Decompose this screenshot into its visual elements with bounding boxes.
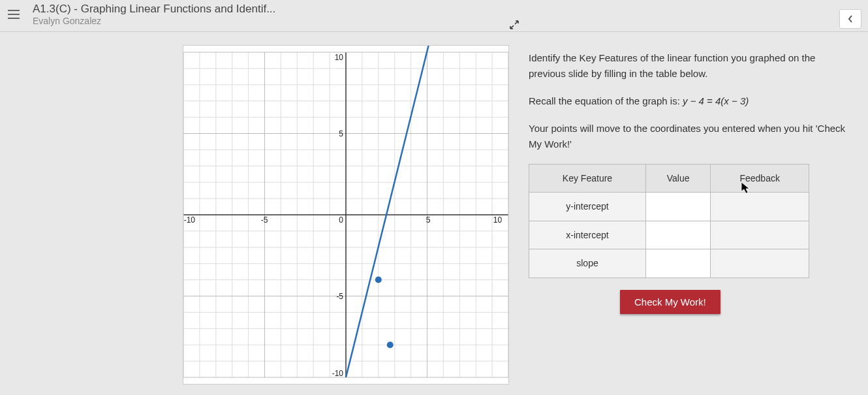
svg-text:-10: -10	[184, 215, 196, 225]
value-slope[interactable]	[645, 249, 710, 277]
svg-text:0: 0	[339, 215, 343, 225]
expand-icon[interactable]	[509, 20, 519, 32]
collapse-button[interactable]	[839, 9, 861, 29]
value-y-intercept[interactable]	[645, 193, 710, 221]
svg-text:10: 10	[493, 215, 503, 225]
col-value: Value	[645, 165, 710, 193]
student-name: Evalyn Gonzalez	[33, 16, 860, 26]
svg-text:-5: -5	[336, 292, 343, 301]
svg-text:-5: -5	[261, 215, 268, 225]
table-row: y-intercept	[529, 193, 809, 221]
hamburger-menu-icon[interactable]	[8, 7, 23, 22]
graph-point-1[interactable]	[375, 277, 382, 283]
equation-text: y − 4 = 4(x − 3)	[683, 95, 749, 106]
instructions-panel: Identify the Key Features of the linear …	[529, 45, 855, 385]
svg-text:5: 5	[339, 129, 343, 138]
svg-text:5: 5	[426, 215, 431, 225]
feature-y-intercept: y-intercept	[529, 193, 646, 221]
graph-line	[346, 46, 435, 377]
feature-slope: slope	[529, 249, 646, 277]
col-feature: Key Feature	[529, 165, 646, 193]
graph-panel[interactable]: 10 5 0 -5 -10 -10 -5 5 10	[183, 45, 509, 385]
table-row: slope	[529, 249, 809, 277]
svg-text:-10: -10	[332, 369, 344, 378]
page-title: A1.3(C) - Graphing Linear Functions and …	[33, 3, 860, 16]
coordinate-grid[interactable]: 10 5 0 -5 -10 -10 -5 5 10	[183, 46, 508, 384]
instruction-text-2: Recall the equation of the graph is: y −…	[529, 93, 855, 109]
svg-text:10: 10	[335, 53, 344, 62]
instruction-text-1: Identify the Key Features of the linear …	[529, 50, 855, 82]
check-my-work-button[interactable]: Check My Work!	[620, 290, 721, 314]
feedback-x-intercept	[711, 221, 809, 249]
value-x-intercept[interactable]	[645, 221, 710, 249]
app-header: A1.3(C) - Graphing Linear Functions and …	[0, 0, 868, 32]
col-feedback: Feedback	[711, 165, 809, 193]
instruction-text-3: Your points will move to the coordinates…	[529, 121, 855, 152]
feedback-y-intercept	[711, 193, 809, 221]
feedback-slope	[711, 249, 809, 277]
feature-x-intercept: x-intercept	[529, 221, 646, 249]
graph-point-2[interactable]	[387, 341, 394, 348]
features-table: Key Feature Value Feedback y-intercept x…	[529, 164, 809, 278]
title-area: A1.3(C) - Graphing Linear Functions and …	[33, 3, 860, 26]
main-content: 10 5 0 -5 -10 -10 -5 5 10 Identify the K…	[0, 32, 868, 391]
table-row: x-intercept	[529, 221, 809, 249]
